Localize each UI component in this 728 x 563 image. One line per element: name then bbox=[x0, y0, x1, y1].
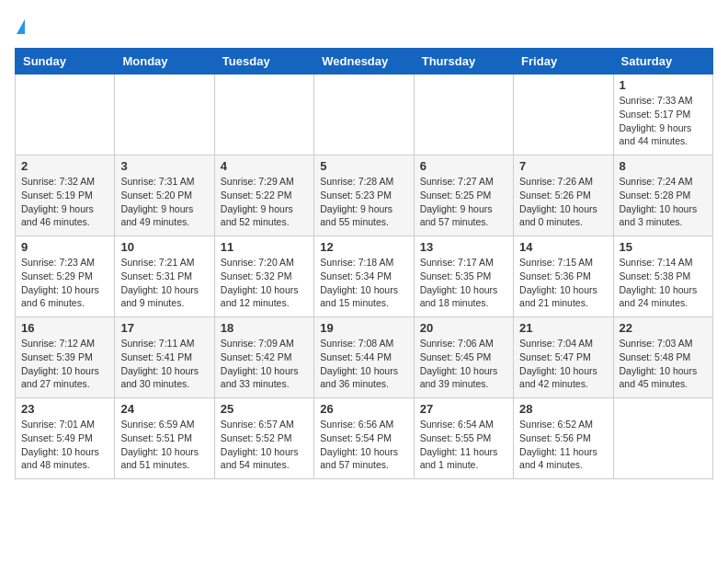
day-info: Sunrise: 6:52 AM Sunset: 5:56 PM Dayligh… bbox=[519, 418, 607, 472]
day-info: Sunrise: 7:18 AM Sunset: 5:34 PM Dayligh… bbox=[320, 256, 407, 310]
day-number: 8 bbox=[620, 159, 707, 173]
day-info: Sunrise: 7:15 AM Sunset: 5:36 PM Dayligh… bbox=[519, 256, 607, 310]
calendar-table: SundayMondayTuesdayWednesdayThursdayFrid… bbox=[15, 48, 713, 479]
day-info: Sunrise: 7:28 AM Sunset: 5:23 PM Dayligh… bbox=[320, 175, 407, 229]
day-info: Sunrise: 7:26 AM Sunset: 5:26 PM Dayligh… bbox=[519, 175, 607, 229]
day-info: Sunrise: 7:04 AM Sunset: 5:47 PM Dayligh… bbox=[519, 337, 607, 391]
day-info: Sunrise: 6:56 AM Sunset: 5:54 PM Dayligh… bbox=[320, 418, 407, 472]
day-info: Sunrise: 7:09 AM Sunset: 5:42 PM Dayligh… bbox=[221, 337, 308, 391]
calendar-cell: 13Sunrise: 7:17 AM Sunset: 5:35 PM Dayli… bbox=[414, 236, 513, 317]
calendar-cell: 26Sunrise: 6:56 AM Sunset: 5:54 PM Dayli… bbox=[314, 398, 414, 479]
day-number: 14 bbox=[519, 240, 607, 254]
day-info: Sunrise: 7:23 AM Sunset: 5:29 PM Dayligh… bbox=[21, 256, 108, 310]
calendar-cell: 1Sunrise: 7:33 AM Sunset: 5:17 PM Daylig… bbox=[613, 75, 712, 155]
day-number: 6 bbox=[420, 159, 507, 173]
calendar-cell bbox=[514, 75, 613, 155]
day-number: 22 bbox=[620, 321, 707, 335]
calendar-cell: 10Sunrise: 7:21 AM Sunset: 5:31 PM Dayli… bbox=[115, 236, 214, 317]
calendar-cell: 8Sunrise: 7:24 AM Sunset: 5:28 PM Daylig… bbox=[613, 155, 712, 236]
calendar-cell: 19Sunrise: 7:08 AM Sunset: 5:44 PM Dayli… bbox=[314, 317, 414, 398]
day-number: 17 bbox=[120, 321, 208, 335]
calendar-cell: 3Sunrise: 7:31 AM Sunset: 5:20 PM Daylig… bbox=[115, 155, 214, 236]
day-number: 16 bbox=[21, 321, 108, 335]
day-number: 12 bbox=[320, 240, 407, 254]
day-info: Sunrise: 7:20 AM Sunset: 5:32 PM Dayligh… bbox=[221, 256, 308, 310]
day-info: Sunrise: 7:11 AM Sunset: 5:41 PM Dayligh… bbox=[120, 337, 208, 391]
calendar-cell bbox=[16, 75, 115, 155]
day-number: 21 bbox=[519, 321, 607, 335]
calendar-cell: 27Sunrise: 6:54 AM Sunset: 5:55 PM Dayli… bbox=[414, 398, 513, 479]
weekday-header-thursday: Thursday bbox=[414, 49, 513, 75]
weekday-header-tuesday: Tuesday bbox=[214, 49, 313, 75]
day-info: Sunrise: 7:24 AM Sunset: 5:28 PM Dayligh… bbox=[620, 175, 707, 229]
day-info: Sunrise: 7:03 AM Sunset: 5:48 PM Dayligh… bbox=[620, 337, 707, 391]
day-info: Sunrise: 7:17 AM Sunset: 5:35 PM Dayligh… bbox=[420, 256, 507, 310]
calendar-cell: 21Sunrise: 7:04 AM Sunset: 5:47 PM Dayli… bbox=[514, 317, 613, 398]
day-info: Sunrise: 6:59 AM Sunset: 5:51 PM Dayligh… bbox=[120, 418, 208, 472]
day-number: 5 bbox=[320, 159, 407, 173]
day-info: Sunrise: 7:33 AM Sunset: 5:17 PM Dayligh… bbox=[620, 94, 707, 148]
calendar-cell bbox=[214, 75, 313, 155]
weekday-header-wednesday: Wednesday bbox=[314, 49, 414, 75]
day-number: 4 bbox=[221, 159, 308, 173]
day-number: 28 bbox=[519, 402, 607, 416]
calendar-cell: 25Sunrise: 6:57 AM Sunset: 5:52 PM Dayli… bbox=[214, 398, 313, 479]
day-number: 24 bbox=[120, 402, 208, 416]
logo bbox=[15, 15, 26, 39]
calendar-cell: 6Sunrise: 7:27 AM Sunset: 5:25 PM Daylig… bbox=[414, 155, 513, 236]
calendar-cell: 5Sunrise: 7:28 AM Sunset: 5:23 PM Daylig… bbox=[314, 155, 414, 236]
calendar-header-row: SundayMondayTuesdayWednesdayThursdayFrid… bbox=[16, 49, 713, 75]
day-number: 2 bbox=[21, 159, 108, 173]
day-info: Sunrise: 7:31 AM Sunset: 5:20 PM Dayligh… bbox=[120, 175, 208, 229]
weekday-header-monday: Monday bbox=[115, 49, 214, 75]
calendar-cell: 16Sunrise: 7:12 AM Sunset: 5:39 PM Dayli… bbox=[16, 317, 115, 398]
day-number: 7 bbox=[519, 159, 607, 173]
calendar-week-row: 9Sunrise: 7:23 AM Sunset: 5:29 PM Daylig… bbox=[16, 236, 713, 317]
calendar-cell: 7Sunrise: 7:26 AM Sunset: 5:26 PM Daylig… bbox=[514, 155, 613, 236]
day-info: Sunrise: 7:06 AM Sunset: 5:45 PM Dayligh… bbox=[420, 337, 507, 391]
weekday-header-sunday: Sunday bbox=[16, 49, 115, 75]
calendar-week-row: 16Sunrise: 7:12 AM Sunset: 5:39 PM Dayli… bbox=[16, 317, 713, 398]
day-number: 1 bbox=[620, 78, 707, 92]
calendar-cell: 9Sunrise: 7:23 AM Sunset: 5:29 PM Daylig… bbox=[16, 236, 115, 317]
calendar-week-row: 1Sunrise: 7:33 AM Sunset: 5:17 PM Daylig… bbox=[16, 75, 713, 155]
day-number: 10 bbox=[120, 240, 208, 254]
calendar-week-row: 23Sunrise: 7:01 AM Sunset: 5:49 PM Dayli… bbox=[16, 398, 713, 479]
day-info: Sunrise: 7:01 AM Sunset: 5:49 PM Dayligh… bbox=[21, 418, 108, 472]
calendar-week-row: 2Sunrise: 7:32 AM Sunset: 5:19 PM Daylig… bbox=[16, 155, 713, 236]
calendar-cell: 4Sunrise: 7:29 AM Sunset: 5:22 PM Daylig… bbox=[214, 155, 313, 236]
calendar-cell: 17Sunrise: 7:11 AM Sunset: 5:41 PM Dayli… bbox=[115, 317, 214, 398]
logo-triangle-icon bbox=[17, 19, 25, 34]
calendar-cell: 24Sunrise: 6:59 AM Sunset: 5:51 PM Dayli… bbox=[115, 398, 214, 479]
calendar-cell: 22Sunrise: 7:03 AM Sunset: 5:48 PM Dayli… bbox=[613, 317, 712, 398]
day-number: 27 bbox=[420, 402, 507, 416]
calendar-cell: 12Sunrise: 7:18 AM Sunset: 5:34 PM Dayli… bbox=[314, 236, 414, 317]
calendar-cell bbox=[115, 75, 214, 155]
day-number: 3 bbox=[120, 159, 208, 173]
day-info: Sunrise: 7:32 AM Sunset: 5:19 PM Dayligh… bbox=[21, 175, 108, 229]
calendar-cell bbox=[613, 398, 712, 479]
day-info: Sunrise: 6:54 AM Sunset: 5:55 PM Dayligh… bbox=[420, 418, 507, 472]
calendar-cell: 11Sunrise: 7:20 AM Sunset: 5:32 PM Dayli… bbox=[214, 236, 313, 317]
day-number: 9 bbox=[21, 240, 108, 254]
calendar-cell: 20Sunrise: 7:06 AM Sunset: 5:45 PM Dayli… bbox=[414, 317, 513, 398]
day-number: 15 bbox=[620, 240, 707, 254]
day-number: 20 bbox=[420, 321, 507, 335]
day-info: Sunrise: 7:12 AM Sunset: 5:39 PM Dayligh… bbox=[21, 337, 108, 391]
day-info: Sunrise: 7:08 AM Sunset: 5:44 PM Dayligh… bbox=[320, 337, 407, 391]
calendar-cell: 28Sunrise: 6:52 AM Sunset: 5:56 PM Dayli… bbox=[514, 398, 613, 479]
calendar-cell: 14Sunrise: 7:15 AM Sunset: 5:36 PM Dayli… bbox=[514, 236, 613, 317]
day-info: Sunrise: 7:21 AM Sunset: 5:31 PM Dayligh… bbox=[120, 256, 208, 310]
day-number: 13 bbox=[420, 240, 507, 254]
day-number: 18 bbox=[221, 321, 308, 335]
weekday-header-friday: Friday bbox=[514, 49, 613, 75]
day-number: 23 bbox=[21, 402, 108, 416]
page-header bbox=[15, 15, 713, 39]
calendar-cell bbox=[414, 75, 513, 155]
calendar-cell bbox=[314, 75, 414, 155]
day-number: 11 bbox=[221, 240, 308, 254]
calendar-cell: 2Sunrise: 7:32 AM Sunset: 5:19 PM Daylig… bbox=[16, 155, 115, 236]
day-info: Sunrise: 7:14 AM Sunset: 5:38 PM Dayligh… bbox=[620, 256, 707, 310]
day-info: Sunrise: 7:29 AM Sunset: 5:22 PM Dayligh… bbox=[221, 175, 308, 229]
calendar-cell: 18Sunrise: 7:09 AM Sunset: 5:42 PM Dayli… bbox=[214, 317, 313, 398]
